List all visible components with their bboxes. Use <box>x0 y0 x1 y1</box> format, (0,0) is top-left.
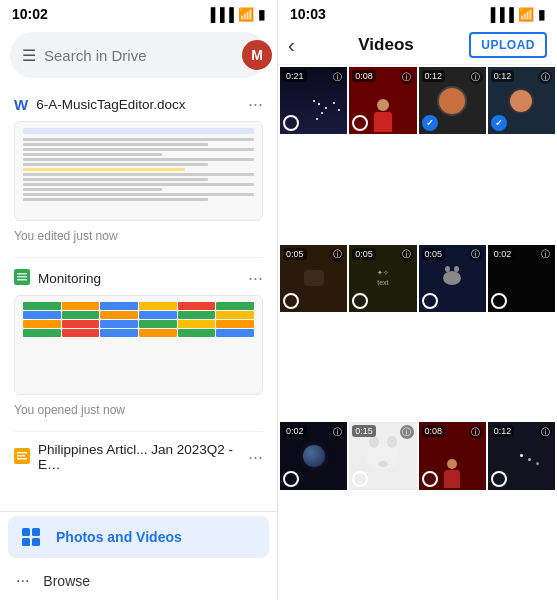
signal-icon: ▐▐▐ <box>206 7 234 22</box>
svg-rect-11 <box>32 538 40 546</box>
wifi-icon: 📶 <box>238 7 254 22</box>
file-card-sheets[interactable]: Monitoring ··· <box>0 258 277 431</box>
video-thumb-11[interactable]: 0:12 ⓘ <box>488 422 555 489</box>
avatar[interactable]: M <box>242 40 272 70</box>
left-status-icons: ▐▐▐ 📶 ▮ <box>206 7 265 22</box>
video-thumb-3[interactable]: 0:12 ⓘ <box>488 67 555 134</box>
video-info-icon-10[interactable]: ⓘ <box>469 425 483 439</box>
file-more-sheets[interactable]: ··· <box>248 268 263 289</box>
svg-rect-5 <box>17 452 27 454</box>
video-select-4[interactable] <box>283 293 299 309</box>
video-thumb-5[interactable]: ✦✧text 0:05 ⓘ <box>349 245 416 312</box>
right-status-bar: 10:03 ▐▐▐ 📶 ▮ <box>278 0 557 26</box>
back-button[interactable]: ‹ <box>288 34 295 57</box>
file-name-article: Philippines Articl... Jan 2023Q2 - E… <box>38 442 248 472</box>
video-select-7[interactable] <box>491 293 507 309</box>
battery-icon: ▮ <box>258 7 265 22</box>
file-card-doc[interactable]: W 6-A-MusicTagEditor.docx ··· <box>0 84 277 257</box>
sheets-preview-content <box>23 302 254 337</box>
video-thumb-6[interactable]: 0:05 ⓘ <box>419 245 486 312</box>
video-thumb-0[interactable]: 0:21 ⓘ <box>280 67 347 134</box>
bottom-nav: Photos and Videos ··· Browse <box>0 511 277 600</box>
search-input[interactable] <box>44 47 234 64</box>
right-battery-icon: ▮ <box>538 7 545 22</box>
hamburger-icon[interactable]: ☰ <box>22 46 36 65</box>
video-duration-7: 0:02 <box>491 248 515 260</box>
nav-photos-videos[interactable]: Photos and Videos <box>8 516 269 558</box>
sheets-icon <box>14 269 30 288</box>
video-duration-3: 0:12 <box>491 70 515 82</box>
video-thumb-2[interactable]: 0:12 ⓘ <box>419 67 486 134</box>
file-name-doc: 6-A-MusicTagEditor.docx <box>36 97 248 112</box>
file-preview-doc <box>14 121 263 221</box>
video-thumb-1[interactable]: 0:08 ⓘ <box>349 67 416 134</box>
left-status-time: 10:02 <box>12 6 48 22</box>
video-duration-8: 0:02 <box>283 425 307 437</box>
right-status-icons: ▐▐▐ 📶 ▮ <box>486 7 545 22</box>
right-header: ‹ Videos UPLOAD <box>278 26 557 65</box>
video-thumb-8[interactable]: 0:02 ⓘ <box>280 422 347 489</box>
video-info-icon-2[interactable]: ⓘ <box>469 70 483 84</box>
left-search-bar[interactable]: ☰ M <box>10 32 267 78</box>
right-wifi-icon: 📶 <box>518 7 534 22</box>
doc-preview-content <box>23 128 254 203</box>
left-panel: 10:02 ▐▐▐ 📶 ▮ ☰ M W 6-A-MusicTagEditor.d… <box>0 0 278 600</box>
video-info-icon-9[interactable]: ⓘ <box>400 425 414 439</box>
right-panel: 10:03 ▐▐▐ 📶 ▮ ‹ Videos UPLOAD 0:21 ⓘ 0:0… <box>278 0 557 600</box>
video-info-icon-7[interactable]: ⓘ <box>538 248 552 262</box>
video-thumb-7[interactable]: 0:02 ⓘ <box>488 245 555 312</box>
video-select-3[interactable] <box>491 115 507 131</box>
svg-rect-3 <box>17 279 27 281</box>
video-select-11[interactable] <box>491 471 507 487</box>
file-header-article: Philippines Articl... Jan 2023Q2 - E… ··… <box>14 442 263 472</box>
browse-dots-icon: ··· <box>16 572 29 590</box>
svg-rect-6 <box>17 455 25 457</box>
video-select-9[interactable] <box>352 471 368 487</box>
file-edited-doc: You edited just now <box>14 227 263 251</box>
video-thumb-4[interactable]: 0:05 ⓘ <box>280 245 347 312</box>
word-icon: W <box>14 96 28 113</box>
video-info-icon-5[interactable]: ⓘ <box>400 248 414 262</box>
svg-rect-2 <box>17 276 27 278</box>
video-select-6[interactable] <box>422 293 438 309</box>
video-duration-6: 0:05 <box>422 248 446 260</box>
video-select-10[interactable] <box>422 471 438 487</box>
video-thumb-9[interactable]: 0:15 ⓘ <box>349 422 416 489</box>
file-card-article[interactable]: Philippines Articl... Jan 2023Q2 - E… ··… <box>0 432 277 478</box>
video-thumb-10[interactable]: 0:08 ⓘ <box>419 422 486 489</box>
video-duration-10: 0:08 <box>422 425 446 437</box>
video-duration-2: 0:12 <box>422 70 446 82</box>
upload-button[interactable]: UPLOAD <box>469 32 547 58</box>
video-duration-1: 0:08 <box>352 70 376 82</box>
file-edited-sheets: You opened just now <box>14 401 263 425</box>
svg-rect-8 <box>22 528 30 536</box>
right-status-time: 10:03 <box>290 6 326 22</box>
video-info-icon-3[interactable]: ⓘ <box>538 70 552 84</box>
video-duration-5: 0:05 <box>352 248 376 260</box>
video-info-icon-6[interactable]: ⓘ <box>469 248 483 262</box>
svg-rect-1 <box>17 273 27 275</box>
file-preview-sheets <box>14 295 263 395</box>
video-select-8[interactable] <box>283 471 299 487</box>
video-duration-11: 0:12 <box>491 425 515 437</box>
video-duration-0: 0:21 <box>283 70 307 82</box>
right-signal-icon: ▐▐▐ <box>486 7 514 22</box>
photos-videos-icon <box>20 526 42 548</box>
left-status-bar: 10:02 ▐▐▐ 📶 ▮ <box>0 0 277 26</box>
video-select-2[interactable] <box>422 115 438 131</box>
video-info-icon-4[interactable]: ⓘ <box>330 248 344 262</box>
file-more-article[interactable]: ··· <box>248 447 263 468</box>
article-icon <box>14 448 30 467</box>
svg-rect-7 <box>17 458 27 460</box>
svg-rect-9 <box>32 528 40 536</box>
photos-videos-label: Photos and Videos <box>56 529 182 545</box>
nav-browse[interactable]: ··· Browse <box>0 562 277 600</box>
file-header-doc: W 6-A-MusicTagEditor.docx ··· <box>14 94 263 115</box>
doc-title-bar <box>23 128 254 134</box>
svg-rect-10 <box>22 538 30 546</box>
video-info-icon-1[interactable]: ⓘ <box>400 70 414 84</box>
video-duration-4: 0:05 <box>283 248 307 260</box>
browse-label: Browse <box>43 573 90 589</box>
file-name-sheets: Monitoring <box>38 271 248 286</box>
file-more-doc[interactable]: ··· <box>248 94 263 115</box>
